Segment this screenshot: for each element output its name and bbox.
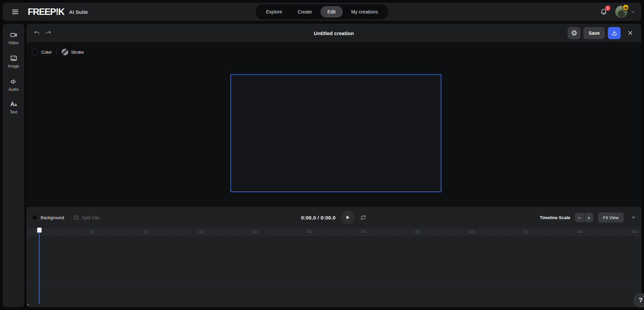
play-button[interactable]: [341, 211, 354, 224]
ruler-tick-dot: [119, 232, 120, 232]
close-icon: [627, 30, 633, 36]
ruler-tick-dot: [458, 232, 459, 232]
account-chevron-down-icon[interactable]: [631, 10, 635, 14]
color-picker-button[interactable]: Color: [32, 49, 52, 55]
zoom-stepper: − +: [575, 213, 593, 222]
background-button[interactable]: Background: [32, 214, 64, 221]
split-clip-icon: [73, 215, 79, 221]
background-swatch: [32, 214, 38, 221]
ruler-tick-label: 40s: [577, 230, 583, 234]
ruler-tick-label: 44s: [632, 230, 638, 234]
download-button[interactable]: [608, 27, 621, 39]
ruler-tick-label: 24s: [361, 230, 367, 234]
ruler-tick-dot: [607, 232, 608, 232]
stroke-label: Stroke: [71, 50, 84, 55]
sidebar-item-label: Video: [8, 41, 19, 45]
ruler-tick-dot: [133, 232, 134, 232]
ruler-tick-label: 8s: [144, 230, 148, 234]
app-window: FREEP!K AI Suite Explore Create Edit My …: [0, 0, 644, 310]
tab-explore[interactable]: Explore: [259, 6, 289, 18]
zoom-out-button[interactable]: −: [575, 213, 584, 222]
playback-controls: 0:00.0 / 0:00.0: [301, 211, 367, 224]
ruler-tick-dot: [160, 232, 161, 232]
ruler-tick-dot: [51, 232, 52, 232]
sidebar-item-text[interactable]: Aa Text: [3, 100, 24, 115]
ruler-tick-dot: [228, 232, 228, 232]
timeline-panel: Background Split Clip 0:00.0 / 0:00.0: [26, 207, 641, 307]
time-display: 0:00.0 / 0:00.0: [301, 215, 336, 221]
redo-button[interactable]: [43, 27, 54, 39]
fit-view-button[interactable]: Fit View: [598, 212, 624, 223]
image-icon: [10, 54, 18, 62]
tab-create[interactable]: Create: [291, 6, 319, 18]
sidebar-item-label: Image: [8, 64, 19, 69]
background-label: Background: [41, 215, 64, 220]
ruler-tick-dot: [377, 232, 378, 232]
sidebar-item-label: Text: [10, 110, 17, 114]
sidebar-item-image[interactable]: Image: [3, 54, 24, 69]
timeline-scale-label: Timeline Scale: [540, 215, 570, 220]
ruler-tick-dot: [499, 232, 500, 232]
download-icon: [611, 30, 618, 36]
ruler-tick-dot: [553, 232, 554, 232]
color-swatch: [32, 49, 39, 55]
tab-my-creations[interactable]: My creations: [344, 6, 385, 18]
canvas-selection-rect[interactable]: [230, 74, 441, 192]
sidebar-item-video[interactable]: Video: [3, 30, 24, 46]
ruler-tick-label: 4s: [90, 230, 94, 234]
freepik-logo: FREEP!K: [28, 7, 64, 17]
loop-icon: [360, 214, 367, 221]
timeline-scroll-left-arrow[interactable]: ◂: [27, 303, 29, 306]
main-nav-tabs: Explore Create Edit My creations: [256, 4, 389, 19]
ruler-tick-dot: [65, 232, 66, 232]
stroke-picker-button[interactable]: Stroke: [62, 49, 84, 55]
playhead-line: [39, 232, 40, 304]
premium-crown-icon: [622, 4, 629, 11]
ruler-tick-label: 32s: [469, 230, 475, 234]
ruler-tick-dot: [567, 232, 568, 232]
split-clip-label: Split Clip: [82, 215, 99, 220]
ruler-tick-dot: [336, 232, 337, 232]
ai-suite-label: AI Suite: [69, 9, 88, 15]
ruler-tick-dot: [296, 232, 296, 232]
video-camera-icon: [10, 31, 18, 39]
media-sidebar: Video Image Audio Aa Text: [3, 24, 24, 307]
ruler-tick-dot: [431, 232, 432, 232]
ruler-tick-dot: [445, 232, 445, 232]
account-avatar[interactable]: [615, 6, 627, 18]
ruler-tick-dot: [174, 232, 174, 232]
stroke-none-icon: [62, 49, 68, 55]
loop-button[interactable]: [360, 214, 367, 221]
timeline-ruler[interactable]: 0s4s8s12s16s20s24s28s32s36s40s44s: [26, 228, 641, 236]
ruler-tick-dot: [594, 232, 595, 232]
notifications-button[interactable]: 1: [597, 5, 611, 19]
ruler-tick-dot: [391, 232, 391, 232]
ruler-tick-dot: [485, 232, 486, 232]
header-right-cluster: 1: [597, 5, 635, 19]
toolbar-right-cluster: ⚙ Save: [568, 27, 637, 39]
zoom-in-button[interactable]: +: [584, 213, 593, 222]
save-button[interactable]: Save: [583, 27, 605, 39]
settings-button[interactable]: ⚙: [568, 27, 580, 39]
document-title[interactable]: Untitled creation: [314, 30, 354, 36]
tab-edit[interactable]: Edit: [320, 6, 343, 18]
ruler-tick-dot: [242, 232, 242, 232]
gear-icon: ⚙: [571, 29, 577, 36]
editor-toolbar: Untitled creation ⚙ Save: [26, 24, 641, 42]
sidebar-item-audio[interactable]: Audio: [3, 77, 24, 93]
ruler-tick-dot: [187, 232, 188, 232]
undo-button[interactable]: [31, 27, 43, 39]
menu-button[interactable]: [9, 5, 22, 18]
timeline-collapse-chevron-icon[interactable]: [631, 215, 636, 220]
ruler-tick-label: 16s: [252, 230, 258, 234]
close-button[interactable]: [624, 27, 637, 39]
ruler-tick-dot: [404, 232, 405, 232]
timeline-scale-controls: Timeline Scale − + Fit View: [540, 212, 636, 223]
ruler-tick-dot: [269, 232, 269, 232]
ruler-tick-dot: [214, 232, 215, 232]
speaker-icon: [10, 78, 18, 85]
split-clip-button[interactable]: Split Clip: [73, 215, 99, 221]
shape-properties-bar: Color Stroke: [32, 48, 84, 56]
ruler-tick-dot: [106, 232, 107, 232]
divider: [56, 49, 57, 55]
